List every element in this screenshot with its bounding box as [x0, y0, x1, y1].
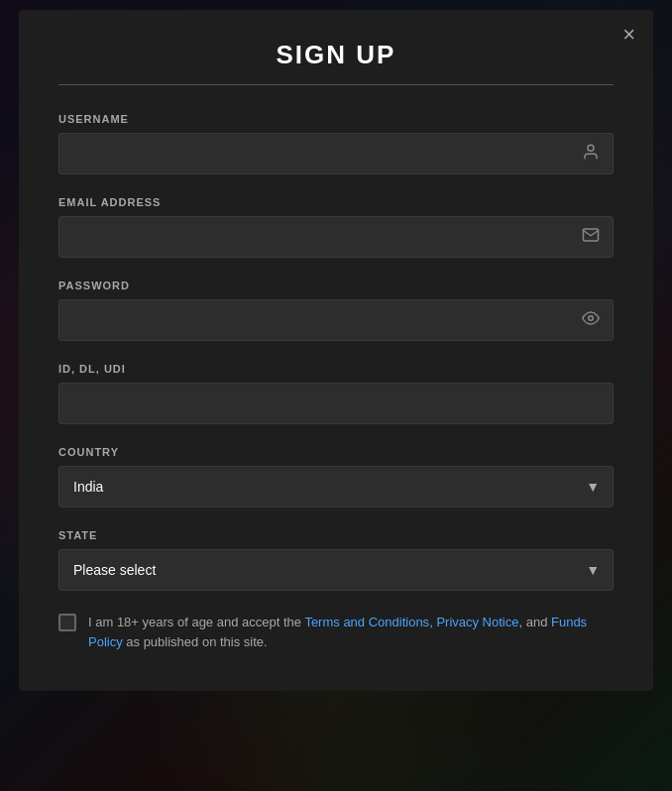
- title-divider: [58, 84, 614, 85]
- modal-backdrop: × SIGN UP USERNAME EMAIL ADDRESS: [0, 0, 672, 791]
- privacy-link[interactable]: Privacy Notice: [436, 615, 518, 629]
- password-group: PASSWORD: [58, 280, 614, 341]
- terms-checkbox-row: I am 18+ years of age and accept the Ter…: [58, 613, 614, 651]
- country-label: COUNTRY: [58, 446, 614, 458]
- email-input[interactable]: [58, 216, 614, 258]
- id-input-wrapper: [58, 383, 614, 424]
- svg-point-1: [589, 316, 594, 321]
- email-input-wrapper: [58, 216, 614, 258]
- id-label: ID, DL, UDI: [58, 363, 614, 375]
- country-select[interactable]: India United States United Kingdom Austr…: [58, 466, 614, 508]
- email-group: EMAIL ADDRESS: [58, 196, 614, 258]
- country-group: COUNTRY India United States United Kingd…: [58, 446, 614, 508]
- state-label: STATE: [58, 529, 614, 541]
- signup-modal: × SIGN UP USERNAME EMAIL ADDRESS: [19, 10, 653, 691]
- password-label: PASSWORD: [58, 280, 614, 291]
- close-button[interactable]: ×: [622, 24, 635, 46]
- terms-text: I am 18+ years of age and accept the Ter…: [88, 613, 614, 651]
- username-group: USERNAME: [58, 113, 614, 174]
- terms-checkbox[interactable]: [58, 614, 76, 631]
- id-group: ID, DL, UDI: [58, 363, 614, 424]
- modal-title: SIGN UP: [58, 40, 614, 70]
- username-input-wrapper: [58, 133, 614, 174]
- state-group: STATE Please select Andhra Pradesh Karna…: [58, 529, 614, 591]
- state-select-wrapper: Please select Andhra Pradesh Karnataka M…: [58, 549, 614, 591]
- username-label: USERNAME: [58, 113, 614, 125]
- username-input[interactable]: [58, 133, 614, 174]
- id-input[interactable]: [58, 383, 614, 424]
- terms-link[interactable]: Terms and Conditions: [304, 615, 429, 629]
- email-label: EMAIL ADDRESS: [58, 196, 614, 208]
- state-select[interactable]: Please select Andhra Pradesh Karnataka M…: [58, 549, 614, 591]
- password-input[interactable]: [58, 299, 614, 341]
- show-password-button[interactable]: [582, 309, 600, 331]
- country-select-wrapper: India United States United Kingdom Austr…: [58, 466, 614, 508]
- password-input-wrapper: [58, 299, 614, 341]
